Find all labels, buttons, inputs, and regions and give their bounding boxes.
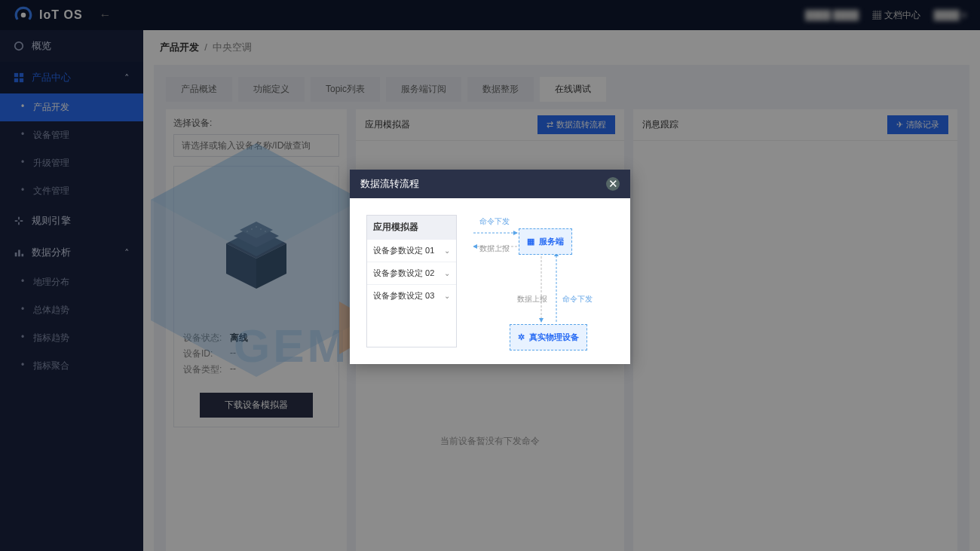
chevron-down-icon: ⌄ — [444, 246, 450, 255]
simulator-box: 应用模拟器 设备参数设定 01⌄ 设备参数设定 02⌄ 设备参数设定 03⌄ — [366, 215, 457, 347]
node-device: ✲ 真实物理设备 — [510, 324, 587, 350]
flow-label: 数据上报 — [517, 294, 547, 305]
sim-row-1[interactable]: 设备参数设定 01⌄ — [367, 239, 456, 262]
modal-overlay[interactable]: 数据流转流程 ✕ 应用模拟器 设备参数设定 01⌄ 设备参数设定 02⌄ 设备参… — [0, 0, 980, 551]
flow-modal: 数据流转流程 ✕ 应用模拟器 设备参数设定 01⌄ 设备参数设定 02⌄ 设备参… — [350, 170, 630, 364]
chevron-down-icon: ⌄ — [444, 269, 450, 277]
flow-label: 命令下发 — [479, 216, 510, 227]
sim-row-3[interactable]: 设备参数设定 03⌄ — [367, 284, 456, 307]
modal-title: 数据流转流程 — [360, 177, 419, 191]
node-server: ▦ 服务端 — [519, 228, 572, 255]
sim-box-title: 应用模拟器 — [367, 216, 456, 239]
flow-label: 数据上报 — [479, 243, 510, 254]
flow-label: 命令下发 — [562, 294, 593, 305]
chevron-down-icon: ⌄ — [444, 292, 450, 300]
close-icon[interactable]: ✕ — [606, 177, 620, 191]
flow-diagram: 命令下发 数据上报 数据上报 命令下发 ▦ 服务端 ✲ 真实物理设备 — [473, 215, 614, 347]
sim-row-2[interactable]: 设备参数设定 02⌄ — [367, 262, 456, 284]
